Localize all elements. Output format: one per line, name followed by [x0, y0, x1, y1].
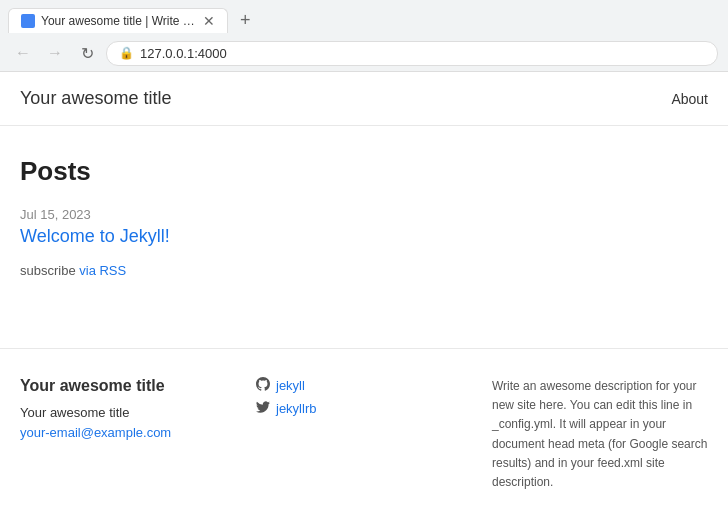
footer-inner: Your awesome title Your awesome title yo… — [20, 377, 708, 492]
posts-heading: Posts — [20, 156, 708, 187]
tab-title: Your awesome title | Write an a... — [41, 14, 197, 28]
new-tab-button[interactable]: + — [232, 6, 259, 35]
github-link[interactable]: jekyll — [276, 378, 305, 393]
browser-tab[interactable]: Your awesome title | Write an a... ✕ — [8, 8, 228, 33]
lock-icon: 🔒 — [119, 46, 134, 60]
reload-button[interactable]: ↻ — [74, 40, 100, 66]
back-button[interactable]: ← — [10, 40, 36, 66]
address-text: 127.0.0.1:4000 — [140, 46, 227, 61]
nav-about-link[interactable]: About — [671, 91, 708, 107]
tab-bar: Your awesome title | Write an a... ✕ + — [0, 0, 728, 35]
twitter-link[interactable]: jekyllrb — [276, 401, 316, 416]
site-title: Your awesome title — [20, 88, 171, 109]
footer-twitter-item: jekyllrb — [256, 400, 472, 417]
address-bar: ← → ↻ 🔒 127.0.0.1:4000 — [0, 35, 728, 71]
twitter-icon — [256, 400, 270, 417]
tab-favicon — [21, 14, 35, 28]
address-input[interactable]: 🔒 127.0.0.1:4000 — [106, 41, 718, 66]
footer-description: Write an awesome description for your ne… — [492, 377, 708, 492]
footer-col-info: Your awesome title Your awesome title yo… — [20, 377, 236, 492]
footer-site-heading: Your awesome title — [20, 377, 236, 395]
subscribe-prefix: subscribe — [20, 263, 79, 278]
subscribe-text: subscribe via RSS — [20, 263, 708, 278]
post-item: Jul 15, 2023 Welcome to Jekyll! — [20, 207, 708, 247]
page-wrapper: Your awesome title About Posts Jul 15, 2… — [0, 72, 728, 511]
github-icon — [256, 377, 270, 394]
post-title-link[interactable]: Welcome to Jekyll! — [20, 226, 708, 247]
post-date: Jul 15, 2023 — [20, 207, 708, 222]
footer-github-item: jekyll — [256, 377, 472, 394]
tab-close-button[interactable]: ✕ — [203, 14, 215, 28]
site-header: Your awesome title About — [0, 72, 728, 126]
footer-email-link[interactable]: your-email@example.com — [20, 425, 171, 440]
rss-link[interactable]: via RSS — [79, 263, 126, 278]
main-content: Posts Jul 15, 2023 Welcome to Jekyll! su… — [0, 126, 728, 308]
footer-col-desc: Write an awesome description for your ne… — [492, 377, 708, 492]
forward-button[interactable]: → — [42, 40, 68, 66]
footer-col-links: jekyll jekyllrb — [256, 377, 472, 492]
footer-site-title-text: Your awesome title — [20, 405, 236, 420]
site-footer: Your awesome title Your awesome title yo… — [0, 348, 728, 511]
browser-chrome: Your awesome title | Write an a... ✕ + ←… — [0, 0, 728, 72]
